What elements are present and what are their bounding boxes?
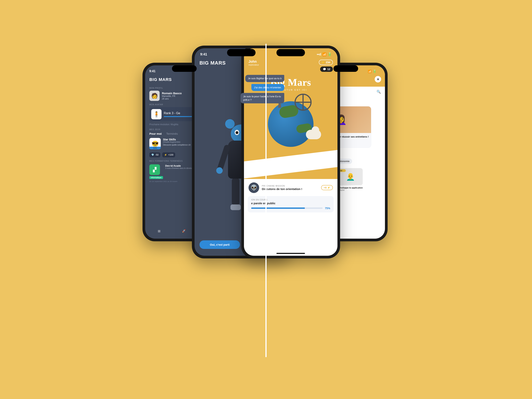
- chip-reward: ⚡+100: [162, 152, 175, 157]
- mini-title: Développe to application: [338, 186, 363, 189]
- formation-desc: 3 mois d'immers dans le dévelop: [165, 167, 193, 169]
- bolt-icon: ⚡: [164, 153, 167, 156]
- chat-thread: Je suis BigMar De quoi as-tu b J'ai des …: [241, 75, 284, 103]
- yes-button[interactable]: Oui, c'est parti: [200, 240, 240, 249]
- tab-grid-icon[interactable]: ▦: [158, 229, 162, 234]
- notch: [333, 65, 358, 72]
- hero-section: ••ıl📶🔋 John explorateur ⚡234 💬12 Big Mar…: [244, 48, 337, 179]
- tab-for-me[interactable]: Pour moi: [149, 132, 162, 135]
- progress-track: [251, 208, 323, 209]
- bot-message: Je suis là pour t'aider à t'orie Es-tu p…: [241, 93, 284, 103]
- game-thumb: 😎 Skills: [149, 138, 161, 149]
- ferris-wheel-icon: [294, 94, 312, 111]
- notch: [227, 49, 256, 56]
- notch: [172, 65, 197, 72]
- planet-illustration: [262, 95, 319, 152]
- formation-name: Dev-id Acade: [165, 164, 193, 167]
- mission-label: PROCHAINE MISSION: [262, 185, 318, 187]
- profile-name: Romain Basco: [162, 92, 182, 95]
- profile-location: Marseille, FR: [162, 95, 182, 97]
- gem-icon: 💎: [151, 153, 154, 156]
- chat-icon: 💬: [323, 68, 326, 71]
- points-pill[interactable]: ⚡234: [319, 60, 333, 65]
- search-icon[interactable]: 🔍: [377, 90, 381, 94]
- game-subtitle: (Réalité Augmentée): [163, 141, 190, 143]
- mission-bonus: +8 ⚡: [321, 185, 333, 190]
- mini-image: 👨‍🦲 12 ⚡: [338, 168, 363, 185]
- next-mission-row[interactable]: 👽 PROCHAINE MISSION Discutons de ton ori…: [244, 179, 337, 193]
- formation-thumb: ▞: [149, 164, 160, 175]
- progress-fill: [251, 208, 305, 209]
- status-time: 9:41: [200, 52, 207, 57]
- rank-avatar: 🧍: [151, 109, 162, 119]
- close-button[interactable]: ✕: [375, 76, 381, 82]
- tab-rocket-icon[interactable]: 🚀: [182, 229, 187, 234]
- status-time: 9:41: [149, 70, 155, 73]
- mockup-stage: 9:41 📶🔋 BIG MARS MON PROFIL 🧑 Romain Bas…: [76, 38, 456, 361]
- progress-pct: 75%: [325, 207, 330, 210]
- game-tag: Skills: [149, 147, 161, 149]
- tab-finished[interactable]: Terminés: [166, 132, 178, 135]
- user-name: John: [248, 60, 259, 64]
- current-title: e parole en public: [251, 202, 330, 205]
- profile-photo: 🧑: [149, 91, 160, 101]
- status-icons: 📶🔋: [368, 70, 377, 73]
- notch: [276, 49, 305, 56]
- hero-user[interactable]: John explorateur: [248, 60, 259, 66]
- center-divider: [266, 44, 266, 357]
- profile-age: 26 ans: [162, 97, 182, 100]
- messages-pill[interactable]: 💬12: [320, 66, 333, 72]
- cloud-icon: [306, 130, 321, 139]
- formation-tag: Informatique: [149, 176, 163, 179]
- current-label: ION EN COURS: [251, 199, 330, 201]
- user-message: J'ai des difficu m'orienter.: [251, 84, 284, 91]
- mission-title: Discutons de ton orientation !: [262, 187, 318, 190]
- chip-cost: 💎-50: [149, 152, 160, 157]
- mini-badge: 12 ⚡: [339, 169, 346, 172]
- user-role: explorateur: [248, 64, 259, 66]
- mission-avatar: 👽: [248, 182, 259, 193]
- game-title: Star Skills: [163, 138, 190, 141]
- game-desc: Découvre quelle compétence clé: [163, 144, 190, 146]
- mini-card[interactable]: 👨‍🦲 12 ⚡ Développe to application @lapla…: [338, 168, 363, 191]
- current-formation-card[interactable]: ION EN COURS e parole en public 75%: [248, 196, 334, 212]
- home-indicator: [276, 253, 305, 254]
- mini-sub: @laplat: [338, 189, 363, 191]
- bot-message: Je suis BigMar De quoi as-tu b: [245, 75, 284, 82]
- status-icons: ••ıl📶🔋: [317, 52, 332, 57]
- bolt-icon: ⚡: [322, 61, 325, 64]
